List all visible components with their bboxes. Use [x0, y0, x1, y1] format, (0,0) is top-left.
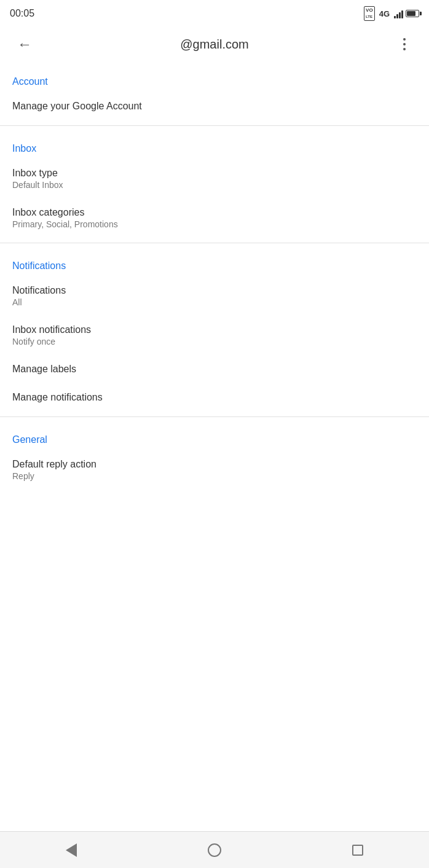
section-general: General Default reply action Reply [0, 422, 429, 490]
setting-subtitle-inbox-type: Default Inbox [12, 180, 417, 190]
setting-title-default-reply-action: Default reply action [12, 459, 417, 470]
setting-item-manage-labels[interactable]: Manage labels [0, 355, 429, 383]
settings-content: Account Manage your Google Account Inbox… [0, 64, 429, 831]
setting-item-inbox-categories[interactable]: Inbox categories Primary, Social, Promot… [0, 198, 429, 238]
setting-item-manage-google-account[interactable]: Manage your Google Account [0, 92, 429, 120]
section-header-general: General [0, 422, 429, 450]
setting-title-inbox-categories: Inbox categories [12, 207, 417, 218]
section-header-account: Account [0, 64, 429, 92]
setting-title-inbox-notifications: Inbox notifications [12, 324, 417, 335]
status-icons: VOLTE 4G [364, 6, 419, 20]
section-account: Account Manage your Google Account [0, 64, 429, 120]
nav-home-icon [208, 843, 221, 857]
nav-back-button[interactable] [53, 832, 90, 869]
three-dots-icon [403, 38, 406, 50]
setting-item-inbox-notifications[interactable]: Inbox notifications Notify once [0, 316, 429, 355]
nav-recent-icon [352, 845, 363, 856]
divider-inbox-notifications [0, 243, 429, 243]
app-bar: ← @gmail.com [0, 25, 429, 64]
setting-item-default-reply-action[interactable]: Default reply action Reply [0, 450, 429, 490]
divider-notifications-general [0, 416, 429, 417]
setting-title-manage-labels: Manage labels [12, 364, 417, 375]
setting-title-notifications: Notifications [12, 285, 417, 296]
section-inbox: Inbox Inbox type Default Inbox Inbox cat… [0, 131, 429, 238]
nav-home-button[interactable] [196, 832, 233, 869]
signal-icon [394, 9, 403, 18]
volte-icon: VOLTE [364, 6, 375, 20]
setting-title-manage-google-account: Manage your Google Account [12, 101, 417, 112]
nav-back-icon [66, 843, 77, 857]
setting-item-inbox-type[interactable]: Inbox type Default Inbox [0, 159, 429, 198]
section-notifications: Notifications Notifications All Inbox no… [0, 248, 429, 412]
battery-icon [406, 10, 419, 17]
back-button[interactable]: ← [10, 29, 39, 59]
back-arrow-icon: ← [17, 36, 32, 53]
nav-bar [0, 831, 429, 868]
status-bar: 00:05 VOLTE 4G [0, 0, 429, 25]
section-header-notifications: Notifications [0, 248, 429, 276]
setting-item-manage-notifications[interactable]: Manage notifications [0, 383, 429, 412]
setting-subtitle-default-reply-action: Reply [12, 471, 417, 481]
network-type: 4G [379, 9, 390, 18]
more-options-button[interactable] [390, 29, 419, 59]
divider-account-inbox [0, 125, 429, 126]
status-time: 00:05 [10, 8, 34, 19]
setting-subtitle-inbox-categories: Primary, Social, Promotions [12, 219, 417, 229]
app-bar-title: @gmail.com [39, 37, 390, 52]
setting-subtitle-notifications: All [12, 297, 417, 307]
nav-recent-button[interactable] [339, 832, 376, 869]
setting-title-manage-notifications: Manage notifications [12, 392, 417, 403]
setting-subtitle-inbox-notifications: Notify once [12, 337, 417, 346]
setting-item-notifications[interactable]: Notifications All [0, 276, 429, 316]
setting-title-inbox-type: Inbox type [12, 168, 417, 179]
section-header-inbox: Inbox [0, 131, 429, 159]
